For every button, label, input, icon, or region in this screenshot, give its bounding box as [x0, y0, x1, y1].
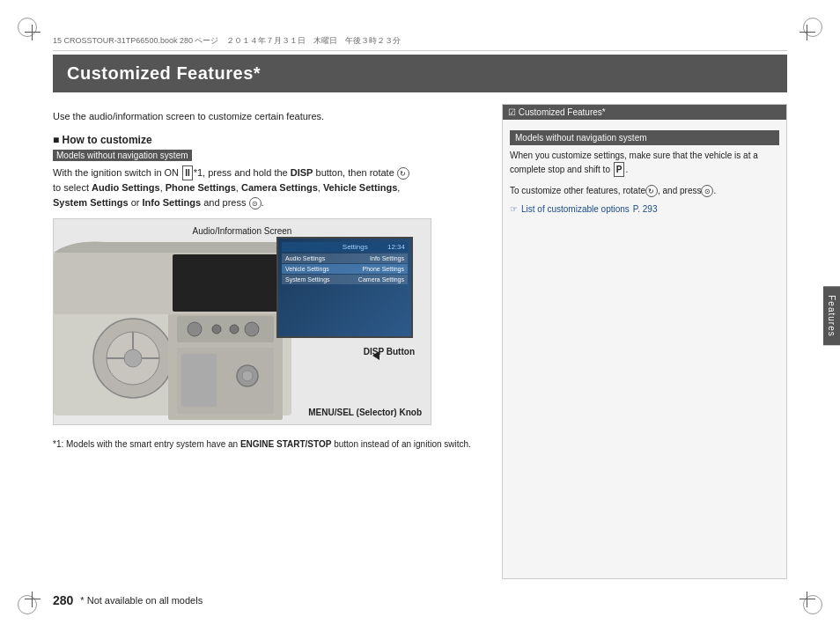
svg-point-17	[242, 371, 253, 381]
page-number: 280	[53, 593, 73, 607]
footnote-text1: *1: Models with the smart entry system h…	[53, 439, 240, 449]
system-settings-bold: System Settings	[53, 197, 129, 208]
right-col-text1: When you customize settings, make sure t…	[510, 149, 779, 177]
right-col-body: Models without navigation system When yo…	[503, 120, 786, 219]
main-content: Use the audio/information screen to cust…	[53, 104, 787, 579]
vehicle-settings-bold: Vehicle Settings	[323, 182, 397, 193]
right-column: ☑ Customized Features* Models without na…	[502, 104, 787, 579]
ignition-text-part1: With the ignition switch in ON	[53, 167, 181, 178]
svg-point-13	[230, 325, 239, 334]
screen-mockup: Settings 12:34 Audio SettingsInfo Settin…	[276, 237, 413, 338]
comma4: ,	[397, 182, 400, 193]
or-text: or	[129, 197, 143, 208]
svg-point-12	[212, 325, 221, 334]
ignition-symbol: II	[182, 165, 193, 180]
screen-title: Settings	[343, 243, 368, 251]
side-tab: Features	[823, 286, 840, 345]
svg-rect-18	[181, 354, 217, 407]
reg-mark-tr	[799, 25, 815, 40]
footnote-bold: ENGINE START/STOP	[240, 439, 332, 449]
page-title-banner: Customized Features*	[53, 55, 787, 92]
rotate-icon: ↻	[397, 167, 409, 180]
svg-point-3	[124, 349, 142, 367]
page-footer: 280 * Not available on all models	[53, 593, 787, 607]
svg-rect-9	[173, 254, 278, 312]
reg-mark-tl	[25, 25, 41, 40]
screen-time: 12:34	[387, 243, 405, 251]
car-diagram: Audio/Information Screen	[53, 218, 431, 425]
info-settings-bold: Info Settings	[143, 197, 202, 208]
car-interior-svg	[54, 235, 291, 420]
reg-mark-bl	[25, 592, 41, 607]
right-text-part2: To customize other features, rotate	[510, 186, 645, 195]
right-col-text2: To customize other features, rotate↻, an…	[510, 184, 779, 197]
top-bar-text: 15 CROSSTOUR-31TP66500.book 280 ページ ２０１４…	[53, 36, 401, 45]
svg-point-14	[245, 322, 259, 336]
right-col-subtitle: Models without navigation system	[510, 130, 779, 145]
right-press-icon: ⊙	[701, 185, 713, 197]
screen-menu-audio: Audio SettingsInfo Settings	[282, 254, 408, 263]
intro-text: Use the audio/information screen to cust…	[53, 111, 484, 121]
list-link-text: List of customizable options	[521, 204, 630, 214]
right-text-part1: When you customize settings, make sure t…	[510, 151, 758, 174]
nav-system-badge: Models without navigation system	[53, 150, 192, 161]
screen-menu-system: System SettingsCamera Settings	[282, 275, 408, 284]
right-text-part3: , and press	[658, 186, 701, 195]
list-link-page: P. 293	[633, 204, 658, 214]
camera-settings-bold: Camera Settings	[241, 182, 318, 193]
disp-bold: DISP	[291, 167, 313, 178]
right-col-link: List of customizable options P. 293	[510, 204, 779, 214]
ignition-text-part2: *1, press and hold the	[194, 167, 291, 178]
footnote-text2: button instead of an ignition switch.	[331, 439, 470, 449]
svg-point-11	[188, 322, 202, 336]
page-title: Customized Features*	[67, 63, 261, 83]
reg-mark-br	[799, 592, 815, 607]
right-text-period2: .	[713, 186, 716, 195]
ignition-text-part4: to select	[53, 182, 92, 193]
ignition-text: With the ignition switch in ON II*1, pre…	[53, 165, 484, 209]
screen-header: Settings 12:34	[282, 242, 408, 252]
phone-settings-bold: Phone Settings	[166, 182, 236, 193]
screen-menu-vehicle: Vehicle SettingsPhone Settings	[282, 264, 408, 274]
park-symbol: P	[614, 162, 625, 177]
ignition-text-part3: button, then rotate	[313, 167, 396, 178]
left-column: Use the audio/information screen to cust…	[53, 104, 484, 579]
disp-button-label: DISP Button	[364, 347, 415, 356]
period: .	[262, 197, 264, 208]
footnote: *1: Models with the smart entry system h…	[53, 437, 484, 451]
how-to-title: ■ How to customize	[53, 134, 484, 146]
and-press-text: and press	[201, 197, 248, 208]
menu-sel-label: MENU/SEL (Selector) Knob	[308, 408, 422, 417]
page-footer-text: * Not available on all models	[80, 595, 203, 606]
right-text-period: .	[625, 165, 628, 174]
right-rotate-icon: ↻	[645, 185, 658, 197]
audio-settings-bold: Audio Settings	[92, 182, 160, 193]
right-col-title: ☑ Customized Features*	[503, 105, 786, 120]
disp-arrow	[372, 351, 379, 360]
screen-inner: Settings 12:34 Audio SettingsInfo Settin…	[278, 239, 411, 336]
press-icon: ⊙	[249, 197, 262, 209]
top-metadata-bar: 15 CROSSTOUR-31TP66500.book 280 ページ ２０１４…	[53, 35, 787, 51]
